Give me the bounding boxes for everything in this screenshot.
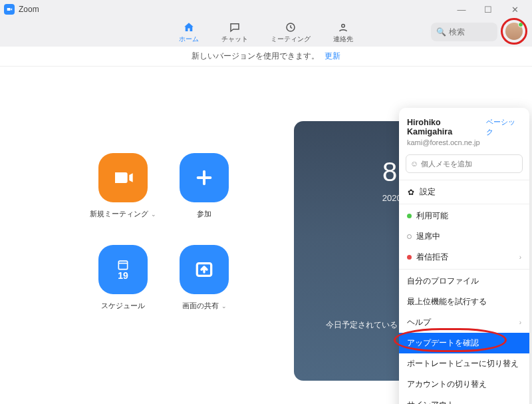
search-icon: 🔍 bbox=[436, 27, 446, 37]
chat-icon bbox=[229, 21, 241, 33]
search-box[interactable]: 🔍 bbox=[431, 23, 497, 41]
zoom-logo-icon bbox=[4, 4, 15, 15]
status-dot-green-icon bbox=[407, 214, 412, 218]
home-icon bbox=[183, 21, 195, 33]
tab-home[interactable]: ホーム bbox=[179, 21, 199, 44]
update-banner: 新しいバージョンを使用できます。 更新 bbox=[0, 47, 532, 67]
menu-dnd[interactable]: 着信拒否› bbox=[399, 247, 529, 268]
chevron-down-icon[interactable]: ⌄ bbox=[221, 303, 227, 309]
tab-chat[interactable]: チャット bbox=[221, 21, 248, 44]
contacts-icon bbox=[337, 21, 349, 33]
tab-meetings[interactable]: ミーティング bbox=[271, 21, 311, 44]
titlebar: Zoom — ☐ ✕ bbox=[0, 0, 532, 19]
tile-schedule[interactable]: 19 スケジュール bbox=[86, 245, 160, 325]
presence-dot-icon bbox=[518, 22, 523, 27]
menu-check-update[interactable]: アップデートを確認 bbox=[399, 333, 529, 353]
minimize-button[interactable]: — bbox=[448, 1, 475, 17]
banner-message: 新しいバージョンを使用できます。 bbox=[192, 51, 319, 62]
window-controls: — ☐ ✕ bbox=[448, 1, 528, 17]
content: 新規ミーティング⌄ 参加 19 スケジュール 画面の共有⌄ 8:49 2020年… bbox=[0, 67, 532, 404]
personal-memo-input[interactable]: ☺ bbox=[406, 154, 523, 173]
menu-profile[interactable]: 自分のプロファイル bbox=[399, 271, 529, 292]
menu-signout[interactable]: サインアウト bbox=[399, 395, 529, 404]
gear-icon: ✿ bbox=[407, 188, 415, 196]
svg-point-1 bbox=[342, 25, 345, 28]
banner-update-link[interactable]: 更新 bbox=[325, 51, 340, 62]
menu-plan: ベーシック bbox=[486, 117, 521, 137]
svg-rect-2 bbox=[118, 261, 127, 270]
avatar-button[interactable] bbox=[505, 23, 523, 40]
tile-share-screen[interactable]: 画面の共有⌄ bbox=[168, 245, 241, 325]
menu-email: kami@forest.ocn.ne.jp bbox=[399, 138, 529, 152]
chevron-down-icon[interactable]: ⌄ bbox=[151, 211, 156, 218]
maximize-button[interactable]: ☐ bbox=[475, 1, 501, 17]
top-nav: ホーム チャット ミーティング 連絡先 🔍 bbox=[0, 19, 532, 47]
chevron-right-icon: › bbox=[519, 319, 521, 326]
close-button[interactable]: ✕ bbox=[501, 1, 528, 17]
status-dot-away-icon bbox=[407, 234, 412, 239]
account-menu: Hirohiko Kamigahira ベーシック kami@forest.oc… bbox=[399, 108, 529, 404]
smile-icon: ☺ bbox=[410, 159, 418, 168]
status-dot-dnd-icon bbox=[407, 255, 412, 260]
menu-try-top[interactable]: 最上位機能を試行する bbox=[399, 292, 529, 312]
tab-contacts[interactable]: 連絡先 bbox=[333, 21, 353, 44]
chevron-right-icon: › bbox=[519, 254, 521, 261]
menu-available[interactable]: 利用可能 bbox=[399, 206, 529, 226]
menu-switch-account[interactable]: アカウントの切り替え bbox=[399, 374, 529, 395]
app-title: Zoom bbox=[19, 5, 39, 14]
menu-username: Hirohiko Kamigahira bbox=[407, 118, 486, 136]
tile-new-meeting[interactable]: 新規ミーティング⌄ bbox=[86, 153, 160, 233]
menu-help[interactable]: ヘルプ› bbox=[399, 312, 529, 333]
menu-settings[interactable]: ✿ 設定 bbox=[399, 182, 529, 202]
clock-icon bbox=[285, 21, 297, 33]
menu-away[interactable]: 退席中 bbox=[399, 226, 529, 247]
menu-portrait[interactable]: ポートレートビューに切り替え bbox=[399, 353, 529, 374]
search-input[interactable] bbox=[449, 27, 494, 37]
tile-grid: 新規ミーティング⌄ 参加 19 スケジュール 画面の共有⌄ bbox=[86, 153, 241, 325]
tile-join[interactable]: 参加 bbox=[168, 153, 241, 233]
